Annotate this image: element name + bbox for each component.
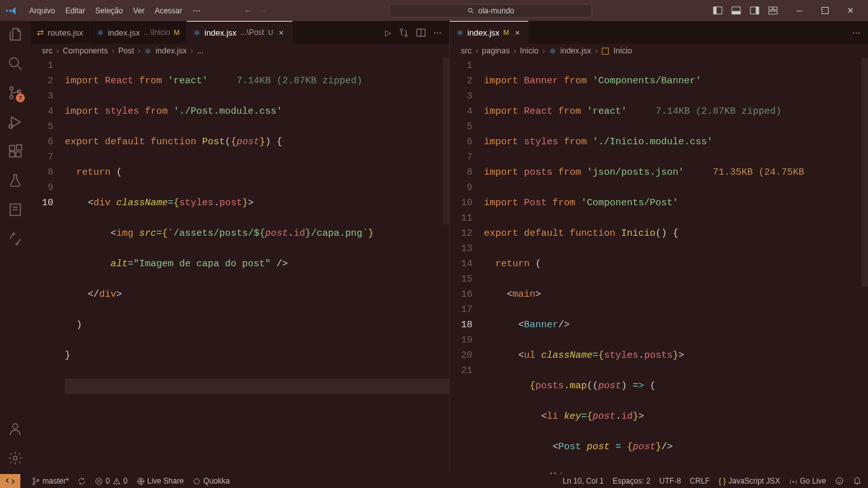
back-icon[interactable]: ← (244, 6, 252, 15)
explorer-icon[interactable] (7, 26, 24, 43)
sync-status[interactable] (78, 477, 86, 485)
branch-status[interactable]: master* (32, 477, 69, 485)
crumb: src (461, 46, 472, 55)
breadcrumb[interactable]: src› Components› Post› ⚛ index.jsx› ... (31, 44, 449, 58)
live-icon[interactable] (7, 231, 24, 247)
breadcrumb[interactable]: src› paginas› Inicio› ⚛ index.jsx› Inici… (450, 44, 869, 58)
crumb: index.jsx (156, 46, 187, 55)
toggle-panel-right-icon[interactable] (750, 6, 759, 15)
close-icon[interactable]: ✕ (837, 0, 863, 21)
status-right: Ln 10, Col 1 Espaços: 2 UTF-8 CRLF { } J… (562, 477, 862, 485)
status-left: master* 0 0 Live Share Quokka (32, 477, 229, 485)
cursor-status[interactable]: Ln 10, Col 1 (562, 477, 604, 485)
code-editor[interactable]: 1 2 3 4 5 6 7 8 9 10 11 12 13 14 15 16 1 (450, 58, 869, 474)
svg-point-33 (33, 482, 35, 484)
menu-item[interactable]: Ver (128, 4, 149, 18)
encoding-status[interactable]: UTF-8 (660, 477, 681, 485)
svg-rect-21 (17, 145, 22, 150)
account-icon[interactable] (7, 421, 24, 437)
bell-icon[interactable] (853, 477, 862, 485)
react-icon: ⚛ (549, 46, 557, 56)
svg-rect-7 (756, 7, 759, 14)
run-debug-icon[interactable] (7, 114, 24, 130)
menu-item[interactable]: Acessar (149, 4, 187, 18)
search-icon[interactable] (7, 55, 24, 72)
todo-icon[interactable] (7, 201, 24, 218)
more-icon[interactable]: ⋯ (433, 28, 442, 37)
svg-rect-11 (822, 8, 828, 14)
feedback-icon[interactable] (835, 477, 844, 485)
gutter: 1 2 3 4 5 6 7 8 9 10 11 12 13 14 15 16 1 (450, 58, 484, 474)
code-editor[interactable]: 1 2 3 4 5 6 7 8 9 10 import React from '… (31, 58, 449, 474)
crumb: Components (63, 46, 108, 55)
layout-icons (713, 6, 778, 15)
tab-sublabel: ...\Inicio (144, 28, 170, 37)
git-compare-icon[interactable] (399, 28, 409, 37)
remote-icon[interactable] (0, 474, 20, 488)
source-control-icon[interactable]: 7 (7, 85, 24, 101)
problems-status[interactable]: 0 0 (95, 477, 127, 485)
svg-point-14 (10, 87, 13, 90)
tab-routes[interactable]: ⇄ routes.jsx (31, 21, 90, 44)
activity-bar: 7 (0, 21, 31, 474)
extensions-icon[interactable] (7, 143, 24, 159)
menu-overflow-icon[interactable]: ⋯ (187, 3, 206, 18)
quokka-status[interactable]: Quokka (193, 477, 229, 485)
customize-layout-icon[interactable] (768, 6, 778, 15)
editor-pane-right: ⚛ index.jsx M × ⋯ src› paginas› Inicio› … (449, 21, 869, 474)
menu-item[interactable]: Editar (60, 4, 90, 18)
gutter: 1 2 3 4 5 6 7 8 9 10 (31, 58, 65, 474)
tab-index-inicio[interactable]: ⚛ index.jsx ...\Inicio M (90, 21, 187, 44)
tab-bar: ⚛ index.jsx M × ⋯ (450, 21, 869, 44)
svg-point-12 (10, 58, 18, 67)
tab-index-inicio[interactable]: ⚛ index.jsx M × (450, 21, 529, 44)
maximize-icon[interactable] (812, 0, 837, 21)
test-icon[interactable] (7, 172, 24, 189)
vscode-logo (5, 5, 17, 17)
tab-label: index.jsx (205, 28, 237, 37)
minimize-icon[interactable]: ─ (787, 0, 812, 21)
crumb: index.jsx (560, 46, 592, 55)
tab-label: index.jsx (108, 28, 140, 37)
tab-close-icon[interactable]: × (277, 28, 286, 37)
status-bar: master* 0 0 Live Share Quokka Ln 10, Col… (0, 474, 868, 488)
split-icon[interactable] (416, 28, 426, 37)
toggle-panel-bottom-icon[interactable] (731, 6, 741, 15)
spaces-status[interactable]: Espaços: 2 (613, 477, 650, 485)
react-icon: ⚛ (97, 28, 104, 37)
svg-point-26 (13, 456, 17, 460)
toggle-panel-left-icon[interactable] (713, 6, 722, 15)
tab-index-post[interactable]: ⚛ index.jsx ...\Post U × (187, 21, 293, 44)
crumb: paginas (482, 46, 510, 55)
golive-status[interactable]: Go Live (789, 477, 826, 485)
lang-status[interactable]: { } JavaScript JSX (719, 477, 780, 485)
forward-icon[interactable]: → (260, 6, 268, 15)
menu-bar: Arquivo Editar Seleção Ver Acessar (24, 4, 187, 18)
minimap[interactable] (862, 58, 868, 287)
window-controls: ─ ✕ (787, 0, 863, 21)
code-lines: import React from 'react' 7.14KB (2.87KB… (65, 58, 449, 474)
minimap[interactable] (443, 58, 449, 224)
tab-actions: ▷ ⋯ (385, 21, 449, 44)
eol-status[interactable]: CRLF (690, 477, 710, 485)
svg-point-28 (405, 34, 407, 37)
svg-point-0 (468, 8, 472, 12)
svg-rect-3 (714, 7, 717, 14)
more-icon[interactable]: ⋯ (852, 28, 860, 37)
crumb: Inicio (613, 46, 632, 55)
run-icon[interactable]: ▷ (385, 28, 391, 37)
modified-badge: M (503, 29, 509, 36)
tab-actions: ⋯ (852, 21, 868, 44)
menu-item[interactable]: Arquivo (24, 4, 60, 18)
crumb: Post (118, 46, 134, 55)
menu-item[interactable]: Seleção (90, 4, 128, 18)
svg-rect-9 (773, 7, 777, 10)
svg-point-40 (836, 478, 843, 485)
modified-badge: M (174, 29, 180, 36)
tab-close-icon[interactable]: × (513, 28, 522, 37)
settings-icon[interactable] (7, 450, 24, 466)
svg-point-39 (792, 481, 794, 482)
svg-line-13 (18, 66, 22, 70)
liveshare-status[interactable]: Live Share (137, 477, 184, 485)
command-center[interactable]: ola-mundo (389, 4, 592, 18)
